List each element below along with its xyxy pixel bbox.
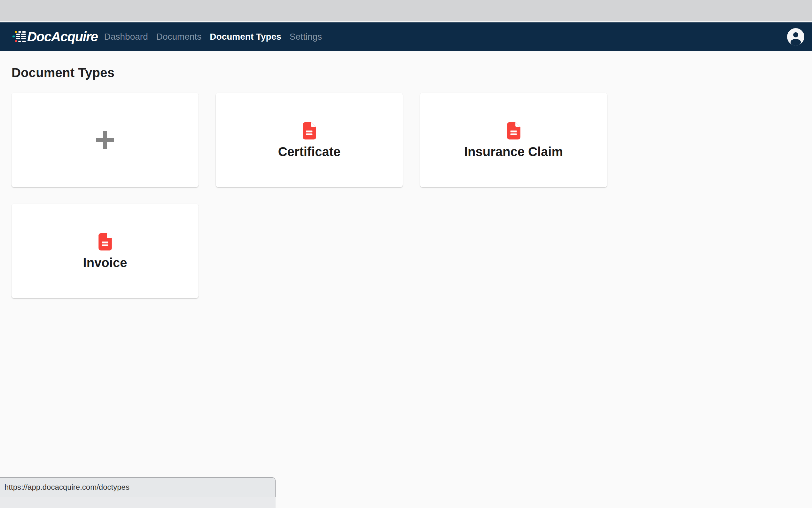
document-icon xyxy=(98,233,112,251)
link-status-url: https://app.docacquire.com/doctypes xyxy=(4,483,130,492)
add-doctype-card[interactable] xyxy=(11,93,198,187)
doctype-card-insurance-claim[interactable]: Insurance Claim xyxy=(420,93,607,187)
doctype-card-label: Invoice xyxy=(83,256,127,269)
brand-name: DocAcquire xyxy=(27,30,98,43)
main-content: Document Types Certificate xyxy=(0,51,812,298)
page-title: Document Types xyxy=(11,66,801,80)
document-icon xyxy=(507,122,520,139)
doctype-card-certificate[interactable]: Certificate xyxy=(216,93,403,187)
user-avatar-icon[interactable] xyxy=(787,28,804,45)
doctype-card-grid: Certificate Insurance Claim Invoice xyxy=(11,93,801,298)
plus-icon xyxy=(96,131,114,149)
nav-item-document-types[interactable]: Document Types xyxy=(210,31,281,43)
nav-item-dashboard[interactable]: Dashboard xyxy=(104,31,148,43)
doctype-card-label: Insurance Claim xyxy=(464,145,563,158)
brand-logo[interactable]: DocAcquire xyxy=(12,30,98,43)
background-window-edge xyxy=(0,497,276,508)
nav-item-settings[interactable]: Settings xyxy=(290,31,322,43)
window-chrome-strip xyxy=(0,0,812,22)
nav-links: Dashboard Documents Document Types Setti… xyxy=(104,31,322,43)
nav-item-documents[interactable]: Documents xyxy=(156,31,202,43)
brand-logo-icon xyxy=(12,30,26,43)
doctype-card-invoice[interactable]: Invoice xyxy=(11,204,198,298)
link-status-tooltip: https://app.docacquire.com/doctypes xyxy=(0,477,276,497)
doctype-card-label: Certificate xyxy=(278,145,341,158)
top-navbar: DocAcquire Dashboard Documents Document … xyxy=(0,23,812,51)
document-icon xyxy=(303,122,316,139)
